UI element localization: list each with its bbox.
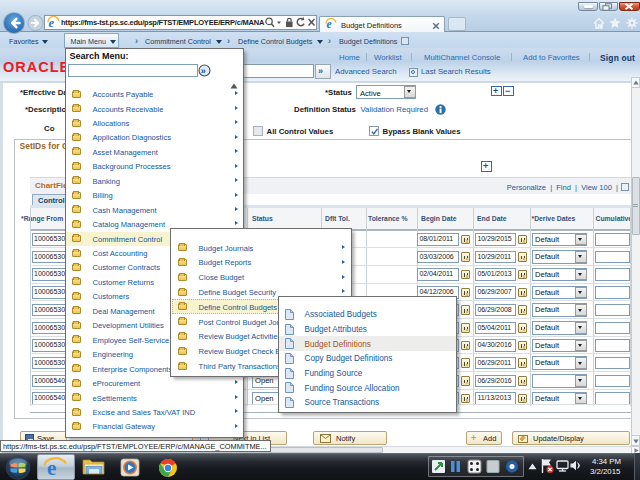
svg-text:»: » — [201, 66, 206, 76]
